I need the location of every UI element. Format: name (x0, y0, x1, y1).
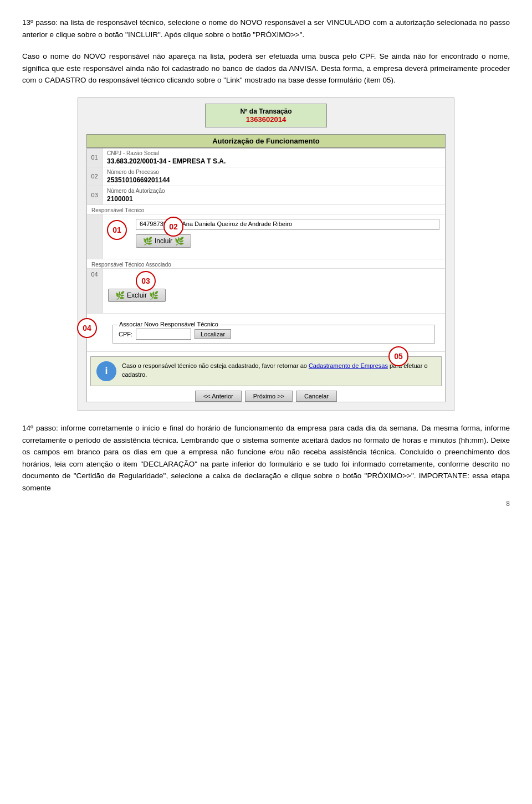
excluir-label: Excluir (127, 291, 147, 299)
field-label-cnpj: CNPJ - Razão Social (107, 150, 441, 156)
transaction-value: 1363602014 (212, 115, 320, 124)
row-content-02: Número do Processo 25351010669201144 (103, 167, 445, 186)
row-num-04-left: 04 (87, 269, 103, 313)
row-content-03: Número da Autorização 2100001 (103, 186, 445, 204)
row-num-01: 01 (87, 148, 103, 167)
transaction-box: Nº da Transação 1363602014 (205, 104, 327, 127)
associated-content: 03 🌿 Excluir 🌿 (103, 269, 445, 313)
cpf-label: CPF: (119, 331, 132, 337)
excluir-icon-left: 🌿 (115, 291, 125, 300)
cpf-row: 04 Associar Novo Responsável Técnico CPF… (87, 314, 445, 352)
field-value-processo: 25351010669201144 (107, 176, 170, 184)
btn-cancelar[interactable]: Cancelar (296, 391, 337, 402)
transaction-label: Nº da Transação (212, 107, 320, 115)
form-row-01: 01 CNPJ - Razão Social 33.683.202/0001-3… (87, 148, 445, 167)
field-label-processo: Número do Processo (107, 169, 441, 175)
responsible-label: Responsável Técnico (91, 207, 441, 213)
responsible-header-row: Responsável Técnico (87, 205, 445, 214)
form-row-02: 02 Número do Processo 25351010669201144 (87, 167, 445, 186)
circle-01: 01 (107, 220, 127, 240)
incluir-wrapper: 02 🌿 Incluir 🌿 (136, 234, 191, 248)
info-box: i Caso o responsável técnico não esteja … (90, 356, 442, 386)
bottom-paragraph: 14º passo: informe corretamente o início… (22, 422, 510, 494)
row-content-01: CNPJ - Razão Social 33.683.202/0001-34 -… (103, 148, 445, 167)
circle-05: 05 (388, 346, 408, 366)
left-spacer (87, 214, 103, 259)
associated-empty (108, 273, 439, 284)
field-value-autorizacao: 2100001 (107, 195, 133, 203)
row-num-02: 02 (87, 167, 103, 186)
localizar-button[interactable]: Localizar (195, 329, 231, 339)
responsible-action-row: 01 64798739120 - Ana Daniela Queiroz de … (87, 214, 445, 259)
row-num-03: 03 (87, 186, 103, 204)
circle-04: 04 (77, 318, 97, 338)
excluir-wrapper: 03 🌿 Excluir 🌿 (108, 289, 166, 302)
associated-label: Responsável Técnico Associado (91, 262, 441, 268)
incluir-button[interactable]: 🌿 Incluir 🌿 (136, 234, 191, 248)
intro-paragraph-2: Caso o nome do NOVO responsável não apar… (22, 50, 510, 86)
cpf-legend-text: Associar Novo Responsável Técnico (117, 321, 220, 327)
cpf-input[interactable] (136, 329, 191, 340)
btn-proximo[interactable]: Próximo >> (245, 391, 293, 402)
excluir-icon-right: 🌿 (149, 291, 158, 300)
field-label-autorizacao: Número da Autorização (107, 188, 441, 194)
nav-buttons: << Anterior Próximo >> Cancelar (87, 391, 445, 402)
cpf-content: Associar Novo Responsável Técnico CPF: L… (103, 314, 445, 351)
circle-03: 03 (136, 271, 156, 291)
incluir-label: Incluir (155, 237, 172, 245)
info-icon: i (96, 361, 116, 381)
form-row-03: 03 Número da Autorização 2100001 (87, 186, 445, 205)
associated-header: Responsável Técnico Associado (87, 259, 445, 269)
field-value-cnpj: 33.683.202/0001-34 - EMPRESA T S.A. (107, 157, 226, 165)
btn-anterior[interactable]: << Anterior (195, 391, 242, 402)
info-link[interactable]: Cadastramento de Empresas (309, 362, 388, 369)
excluir-button[interactable]: 🌿 Excluir 🌿 (108, 289, 166, 302)
main-form: Nº da Transação 1363602014 Autorização d… (78, 98, 454, 411)
incluir-icon-right: 🌿 (175, 237, 184, 245)
page-number: 8 (22, 500, 510, 508)
responsible-value: 64798739120 - Ana Daniela Queiroz de And… (140, 221, 292, 227)
circle-02: 02 (163, 217, 183, 237)
section-header: Autorização de Funcionamento (86, 134, 446, 148)
cpf-fieldset: Associar Novo Responsável Técnico CPF: L… (112, 325, 435, 344)
inner-form: 01 CNPJ - Razão Social 33.683.202/0001-3… (86, 148, 446, 402)
associated-row: 04 03 🌿 Excluir 🌿 (87, 269, 445, 314)
intro-paragraph-1: 13º passo: na lista de responsável técni… (22, 17, 510, 40)
incluir-icon-left: 🌿 (143, 237, 152, 245)
info-wrapper: 05 i Caso o responsável técnico não este… (90, 356, 442, 386)
info-text-before: Caso o responsável técnico não esteja ca… (122, 362, 309, 369)
info-text: Caso o responsável técnico não esteja ca… (122, 361, 436, 380)
responsible-content: 01 64798739120 - Ana Daniela Queiroz de … (103, 214, 445, 259)
